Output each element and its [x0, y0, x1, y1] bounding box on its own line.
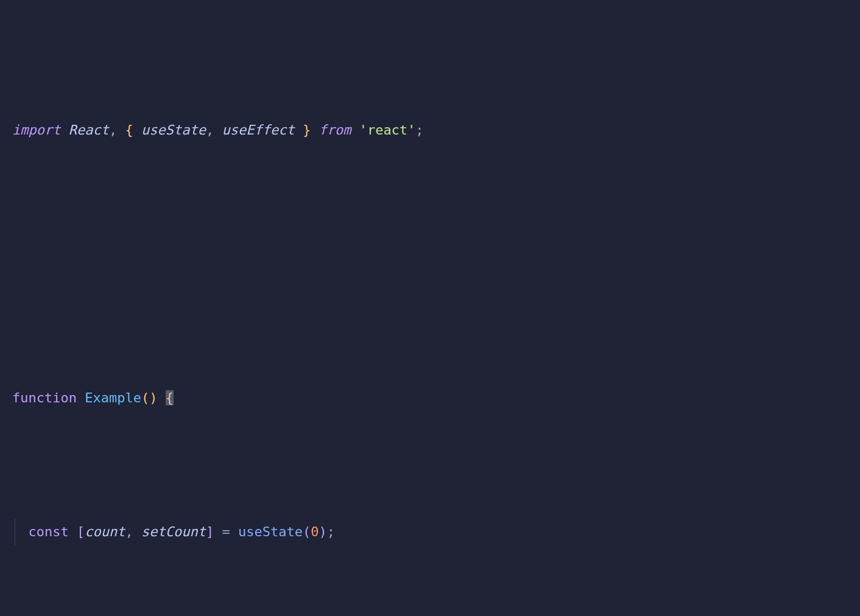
comma: , [206, 122, 214, 138]
brace-close: } [303, 122, 311, 138]
code-editor[interactable]: import React, { useState, useEffect } fr… [0, 0, 860, 616]
keyword-from: from [319, 122, 351, 138]
paren-close: ) [319, 524, 326, 539]
number-zero: 0 [311, 524, 319, 539]
semicolon: ; [415, 122, 423, 138]
semicolon: ; [327, 524, 335, 539]
bracket-close: ] [206, 524, 214, 539]
function-name: Example [85, 390, 141, 405]
keyword-function: function [12, 390, 77, 405]
ident-setcount: setCount [141, 524, 206, 539]
ident-count: count [85, 524, 125, 539]
paren-open: ( [141, 390, 149, 405]
keyword-import: import [12, 122, 60, 138]
ident-usestate: useState [141, 122, 206, 138]
equals: = [222, 524, 230, 539]
comma: , [125, 524, 133, 539]
string-react: 'react' [359, 122, 416, 138]
fn-usestate: useState [238, 524, 303, 539]
ident-react: React [69, 122, 109, 138]
code-line[interactable]: function Example() { [12, 385, 860, 411]
code-line-blank[interactable] [12, 251, 860, 278]
brace-open-highlighted: { [166, 390, 174, 405]
code-line[interactable]: const [count, setCount] = useState(0); [12, 519, 860, 545]
bracket-open: [ [77, 524, 85, 539]
indent-guide [15, 519, 15, 545]
comma: , [109, 122, 117, 138]
paren-open: ( [303, 524, 311, 539]
code-line[interactable]: import React, { useState, useEffect } fr… [12, 117, 860, 144]
ident-useeffect: useEffect [222, 122, 294, 138]
paren-close: ) [149, 390, 157, 405]
keyword-const: const [29, 524, 69, 539]
brace-open: { [125, 122, 133, 138]
